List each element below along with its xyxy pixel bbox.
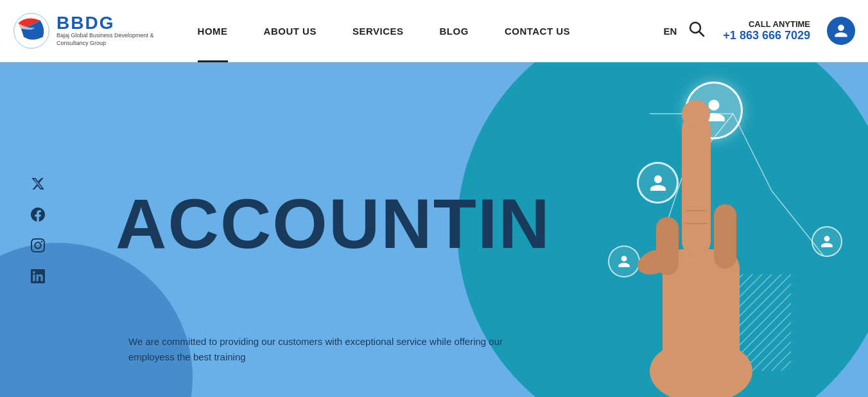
user-account-button[interactable] (827, 17, 855, 45)
call-anytime-label: CALL ANYTIME (723, 19, 810, 29)
header-right: EN CALL ANYTIME +1 863 666 7029 (664, 17, 855, 45)
logo-globe-icon (13, 12, 50, 49)
nav-about[interactable]: ABOUT US (246, 0, 334, 62)
call-info: CALL ANYTIME +1 863 666 7029 (723, 19, 810, 42)
nav-home[interactable]: HOME (180, 0, 246, 62)
logo-subtitle: Bajaj Global Business Development & Cons… (56, 32, 154, 47)
hero-description: We are committed to providing our custom… (128, 334, 526, 365)
search-icon[interactable] (688, 21, 705, 41)
user-icon (833, 23, 849, 39)
nav-contact[interactable]: CONTACT US (487, 0, 588, 62)
main-nav: HOME ABOUT US SERVICES BLOG CONTACT US (180, 0, 664, 62)
site-header: BBDG Bajaj Global Business Development &… (0, 0, 868, 62)
logo[interactable]: BBDG Bajaj Global Business Development &… (13, 12, 154, 49)
nav-services[interactable]: SERVICES (334, 0, 422, 62)
logo-text: BBDG Bajaj Global Business Development &… (56, 14, 154, 47)
hero-title: ACCOUNTIN (116, 188, 868, 259)
svg-line-3 (699, 31, 704, 36)
nav-blog[interactable]: BLOG (422, 0, 487, 62)
language-selector[interactable]: EN (664, 26, 677, 37)
logo-company-code: BBDG (56, 14, 154, 32)
call-number: +1 863 666 7029 (723, 29, 810, 42)
hero-section: ACCOUNTIN We are committed to providing … (0, 62, 868, 397)
